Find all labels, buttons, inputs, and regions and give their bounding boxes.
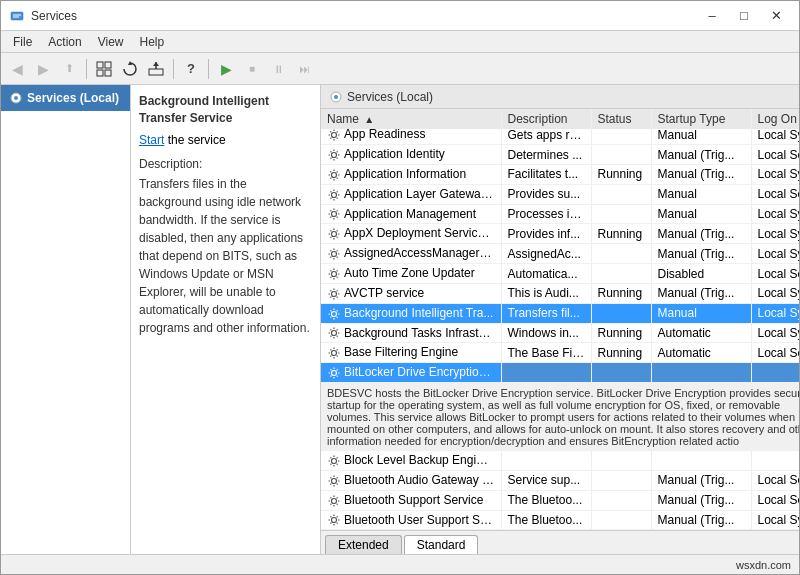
svg-point-23	[332, 212, 337, 217]
refresh-button[interactable]	[118, 57, 142, 81]
help-button[interactable]: ?	[179, 57, 203, 81]
svg-point-20	[332, 152, 337, 157]
start-service-link[interactable]: Start	[139, 133, 164, 147]
svg-rect-3	[97, 62, 103, 68]
menu-item-view[interactable]: View	[90, 33, 132, 51]
sidebar-header: Services (Local)	[1, 85, 130, 111]
title-bar-left: Services	[9, 8, 77, 24]
pause-button[interactable]: ⏸	[266, 57, 290, 81]
services-table-container[interactable]: Name ▲ Description Status Startup Type L…	[321, 109, 799, 530]
services-area-header: Services (Local)	[321, 85, 799, 109]
menu-bar: FileActionViewHelp	[1, 31, 799, 53]
start-service-suffix: the service	[164, 133, 225, 147]
table-row[interactable]: Application Identity Determines ... Manu…	[321, 145, 799, 165]
svg-rect-0	[11, 12, 23, 20]
svg-rect-5	[97, 70, 103, 76]
svg-rect-8	[149, 69, 163, 75]
play-button[interactable]: ▶	[214, 57, 238, 81]
svg-point-28	[332, 311, 337, 316]
tab-extended[interactable]: Extended	[325, 535, 402, 554]
back-button[interactable]: ◀	[5, 57, 29, 81]
svg-rect-6	[105, 70, 111, 76]
window-title: Services	[31, 9, 77, 23]
up-button[interactable]: ⬆	[57, 57, 81, 81]
services-local-icon	[9, 91, 23, 105]
export-button[interactable]	[144, 57, 168, 81]
description-label: Description:	[139, 157, 312, 171]
table-row[interactable]: AppX Deployment Service (A... Provides i…	[321, 224, 799, 244]
svg-point-21	[332, 172, 337, 177]
toolbar-sep-2	[173, 59, 174, 79]
table-row[interactable]: Auto Time Zone Updater Automatica... Dis…	[321, 264, 799, 284]
menu-item-file[interactable]: File	[5, 33, 40, 51]
table-row[interactable]: AVCTP service This is Audi... Running Ma…	[321, 283, 799, 303]
table-row[interactable]: Bluetooth User Support Ser... The Blueto…	[321, 510, 799, 530]
show-hide-button[interactable]	[92, 57, 116, 81]
col-header-logon[interactable]: Log On As	[751, 109, 799, 130]
col-header-name[interactable]: Name ▲	[321, 109, 501, 130]
services-window: Services – □ ✕ FileActionViewHelp ◀ ▶ ⬆ …	[0, 0, 800, 575]
svg-point-27	[332, 291, 337, 296]
services-tbody: ActiveX Installer (AxInstSV) Provides Us…	[321, 109, 799, 530]
svg-point-26	[332, 271, 337, 276]
svg-point-34	[332, 498, 337, 503]
close-button[interactable]: ✕	[761, 5, 791, 27]
menu-item-help[interactable]: Help	[132, 33, 173, 51]
toolbar: ◀ ▶ ⬆ ? ▶ ■ ⏸ ⏭	[1, 53, 799, 85]
svg-point-33	[332, 478, 337, 483]
tooltip-content: BDESVC hosts the BitLocker Drive Encrypt…	[321, 383, 799, 452]
resume-button[interactable]: ⏭	[292, 57, 316, 81]
forward-button[interactable]: ▶	[31, 57, 55, 81]
services-area: Services (Local) Name ▲ Description Stat…	[321, 85, 799, 554]
table-row[interactable]: Background Intelligent Tra... Transfers …	[321, 303, 799, 323]
sidebar: Services (Local)	[1, 85, 131, 554]
tab-standard[interactable]: Standard	[404, 535, 479, 554]
bottom-tabs: Extended Standard	[321, 530, 799, 554]
service-description: Transfers files in the background using …	[139, 175, 312, 337]
col-header-startup[interactable]: Startup Type	[651, 109, 751, 130]
svg-marker-10	[153, 62, 159, 66]
table-row[interactable]: Block Level Backup Engine ...	[321, 451, 799, 470]
sort-arrow: ▲	[364, 114, 374, 125]
toolbar-sep-1	[86, 59, 87, 79]
svg-point-35	[332, 518, 337, 523]
svg-point-30	[332, 351, 337, 356]
svg-point-31	[332, 371, 337, 376]
maximize-button[interactable]: □	[729, 5, 759, 27]
table-row[interactable]: Application Management Processes in... M…	[321, 204, 799, 224]
title-bar: Services – □ ✕	[1, 1, 799, 31]
services-title-icon	[9, 8, 25, 24]
svg-point-24	[332, 232, 337, 237]
menu-item-action[interactable]: Action	[40, 33, 89, 51]
services-area-header-label: Services (Local)	[347, 90, 433, 104]
svg-point-25	[332, 252, 337, 257]
svg-point-29	[332, 331, 337, 336]
table-row[interactable]: BitLocker Drive Encryption ...	[321, 363, 799, 383]
selected-service-name: Background Intelligent Transfer Service	[139, 93, 312, 127]
services-table: Name ▲ Description Status Startup Type L…	[321, 109, 799, 530]
title-bar-controls: – □ ✕	[697, 5, 791, 27]
table-row[interactable]: Base Filtering Engine The Base Fil... Ru…	[321, 343, 799, 363]
svg-point-14	[334, 95, 338, 99]
table-row[interactable]: Background Tasks Infrastruc... Windows i…	[321, 323, 799, 343]
svg-rect-4	[105, 62, 111, 68]
sidebar-header-label: Services (Local)	[27, 91, 119, 105]
toolbar-sep-3	[208, 59, 209, 79]
tooltip-row: BDESVC hosts the BitLocker Drive Encrypt…	[321, 383, 799, 452]
table-row[interactable]: AssignedAccessManager Se... AssignedAc..…	[321, 244, 799, 264]
svg-point-12	[14, 96, 18, 100]
table-row[interactable]: Bluetooth Support Service The Bluetoo...…	[321, 490, 799, 510]
table-row[interactable]: Application Information Facilitates t...…	[321, 164, 799, 184]
table-row[interactable]: Bluetooth Audio Gateway S... Service sup…	[321, 470, 799, 490]
left-panel: Background Intelligent Transfer Service …	[131, 85, 321, 554]
minimize-button[interactable]: –	[697, 5, 727, 27]
start-service-line: Start the service	[139, 133, 312, 147]
stop-button[interactable]: ■	[240, 57, 264, 81]
svg-point-32	[332, 458, 337, 463]
status-text: wsxdn.com	[736, 559, 791, 571]
svg-point-19	[332, 133, 337, 138]
col-header-desc[interactable]: Description	[501, 109, 591, 130]
col-header-status[interactable]: Status	[591, 109, 651, 130]
services-area-icon	[329, 90, 343, 104]
table-row[interactable]: Application Layer Gateway ... Provides s…	[321, 184, 799, 204]
